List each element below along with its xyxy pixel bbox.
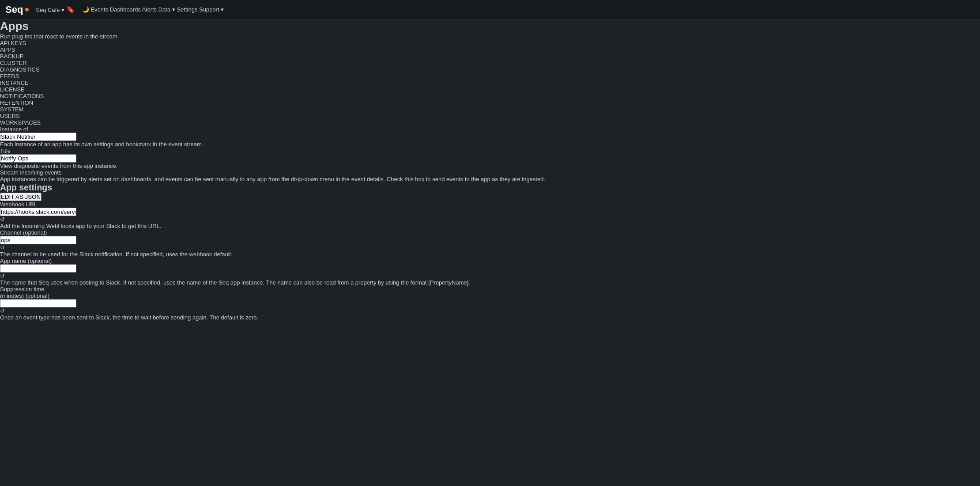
webhook-url-hint: Add the Incoming WebHooks app to your Sl… bbox=[0, 223, 980, 229]
app-name-label: App name (optional) bbox=[0, 258, 980, 264]
stream-events-label: Stream incoming events bbox=[0, 169, 980, 176]
theme-toggle-icon[interactable]: 🌙 bbox=[82, 6, 89, 13]
nav-data-chevron: ▾ bbox=[172, 6, 175, 13]
channel-hint: The channel to be used for the Slack not… bbox=[0, 251, 980, 258]
suppression-label: Suppression time (minutes) (optional) bbox=[0, 286, 980, 299]
channel-input[interactable] bbox=[0, 236, 76, 244]
sidebar: API KEYS APPS BACKUP CLUSTER DIAGNOSTICS… bbox=[0, 40, 980, 126]
sidebar-item-notifications[interactable]: NOTIFICATIONS bbox=[0, 93, 980, 99]
webhook-url-field: ↺ Add the Incoming WebHooks app to your … bbox=[0, 208, 980, 229]
channel-reset-icon[interactable]: ↺ bbox=[0, 244, 980, 251]
instance-of-row: Instance of Each instance of an app has … bbox=[0, 126, 980, 148]
sidebar-item-license[interactable]: LICENSE bbox=[0, 86, 980, 93]
app-name-row: App name (optional) ↺ The name that Seq … bbox=[0, 258, 980, 286]
nav-support-chevron: ▾ bbox=[221, 6, 224, 13]
title-label: Title bbox=[0, 148, 980, 154]
sidebar-item-system[interactable]: SYSTEM bbox=[0, 106, 980, 113]
suppression-input[interactable] bbox=[0, 299, 76, 308]
suppression-row: Suppression time (minutes) (optional) ↺ … bbox=[0, 286, 980, 321]
suppression-reset-icon[interactable]: ↺ bbox=[0, 308, 980, 314]
page-header: Apps Run plug-ins that react to events i… bbox=[0, 19, 980, 40]
app-name-hint: The name that Seq uses when posting to S… bbox=[0, 279, 980, 286]
webhook-url-input-group: ↺ bbox=[0, 208, 980, 223]
title-row: Title View diagnostic events from this a… bbox=[0, 148, 980, 169]
app-name-input[interactable] bbox=[0, 264, 76, 273]
layout: API KEYS APPS BACKUP CLUSTER DIAGNOSTICS… bbox=[0, 40, 980, 321]
channel-input-group: ↺ bbox=[0, 236, 980, 251]
nav-alerts[interactable]: Alerts bbox=[142, 6, 157, 13]
suppression-hint: Once an event type has been sent to Slac… bbox=[0, 314, 980, 321]
bookmark-icon[interactable]: 🔖 bbox=[66, 6, 75, 13]
sidebar-item-apps[interactable]: APPS bbox=[0, 46, 980, 53]
webhook-url-label: Webhook URL bbox=[0, 201, 980, 208]
edit-as-json-button[interactable]: EDIT AS JSON bbox=[0, 193, 41, 201]
main-content: Instance of Each instance of an app has … bbox=[0, 126, 980, 321]
instance-of-label: Instance of bbox=[0, 126, 980, 133]
logo: Seq bbox=[5, 4, 29, 15]
instance-of-field: Each instance of an app has its own sett… bbox=[0, 133, 980, 148]
page-subtitle: Run plug-ins that react to events in the… bbox=[0, 33, 117, 40]
stream-events-desc: App instances can be triggered by alerts… bbox=[0, 176, 980, 182]
sidebar-item-workspaces[interactable]: WORKSPACES bbox=[0, 119, 980, 126]
stream-events-row: Stream incoming events App instances can… bbox=[0, 169, 980, 182]
nav-data[interactable]: Data ▾ bbox=[158, 6, 177, 13]
nav-settings[interactable]: Settings bbox=[177, 6, 197, 13]
sidebar-item-backup[interactable]: BACKUP bbox=[0, 53, 980, 60]
webhook-url-reset-icon[interactable]: ↺ bbox=[0, 216, 980, 223]
app-name-reset-icon[interactable]: ↺ bbox=[0, 273, 980, 279]
stream-events-content: Stream incoming events App instances can… bbox=[0, 169, 980, 182]
sidebar-item-api-keys[interactable]: API KEYS bbox=[0, 40, 980, 46]
workspace-selector[interactable]: Seq Cafe ▾ 🔖 bbox=[36, 5, 75, 14]
nav-dashboards[interactable]: Dashboards bbox=[110, 6, 141, 13]
channel-label: Channel (optional) bbox=[0, 229, 980, 236]
title-field: View diagnostic events from this app ins… bbox=[0, 154, 980, 169]
top-nav: Seq Seq Cafe ▾ 🔖 🌙 Events Dashboards Ale… bbox=[0, 0, 980, 19]
nav-right: 🌙 Events Dashboards Alerts Data ▾ Settin… bbox=[82, 6, 224, 13]
workspace-chevron: ▾ bbox=[61, 7, 64, 13]
instance-of-hint: Each instance of an app has its own sett… bbox=[0, 141, 980, 148]
app-name-input-group: ↺ bbox=[0, 264, 980, 279]
sidebar-item-instance[interactable]: INSTANCE bbox=[0, 80, 980, 86]
app-name-field: ↺ The name that Seq uses when posting to… bbox=[0, 264, 980, 286]
sidebar-item-feeds[interactable]: FEEDS bbox=[0, 73, 980, 80]
sidebar-item-users[interactable]: USERS bbox=[0, 113, 980, 119]
sidebar-item-cluster[interactable]: CLUSTER bbox=[0, 60, 980, 66]
channel-row: Channel (optional) ↺ The channel to be u… bbox=[0, 229, 980, 258]
instance-of-input[interactable] bbox=[0, 133, 76, 141]
channel-field: ↺ The channel to be used for the Slack n… bbox=[0, 236, 980, 258]
app-settings-heading: App settings bbox=[0, 182, 980, 193]
suppression-field: ↺ Once an event type has been sent to Sl… bbox=[0, 299, 980, 321]
logo-accent bbox=[25, 8, 29, 11]
webhook-url-row: Webhook URL ↺ Add the Incoming WebHooks … bbox=[0, 201, 980, 229]
sidebar-item-diagnostics[interactable]: DIAGNOSTICS bbox=[0, 66, 980, 73]
workspace-name: Seq Cafe bbox=[36, 7, 60, 13]
nav-support[interactable]: Support ▾ bbox=[199, 6, 224, 13]
suppression-input-group: ↺ bbox=[0, 299, 980, 314]
title-input[interactable] bbox=[0, 154, 76, 163]
page-title: Apps bbox=[0, 19, 980, 33]
webhook-url-input[interactable] bbox=[0, 208, 76, 216]
diagnostic-events-link[interactable]: View diagnostic events from this app ins… bbox=[0, 163, 980, 169]
sidebar-item-retention[interactable]: RETENTION bbox=[0, 99, 980, 106]
nav-events[interactable]: Events bbox=[90, 6, 108, 13]
